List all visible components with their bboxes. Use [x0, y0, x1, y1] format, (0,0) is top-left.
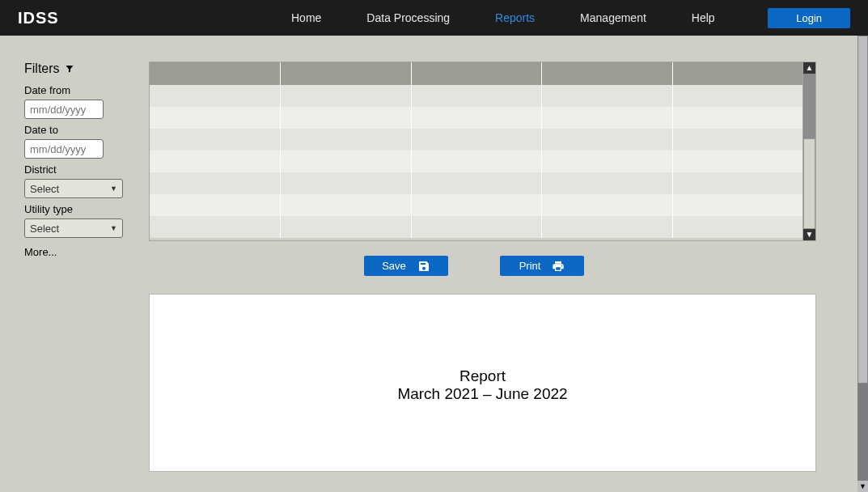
filters-sidebar: Filters Date from Date to District Selec… [0, 45, 146, 492]
report-date-range: March 2021 – June 2022 [150, 385, 815, 403]
filters-heading: Filters [24, 62, 138, 76]
print-button[interactable]: Print [500, 256, 584, 276]
filters-heading-label: Filters [24, 62, 60, 76]
report-title: Report [150, 367, 815, 385]
login-button[interactable]: Login [768, 8, 850, 28]
date-to-input[interactable] [24, 139, 104, 159]
district-select[interactable]: Select [24, 179, 123, 198]
table-scrollbar[interactable]: ▲ ▼ [802, 62, 815, 240]
table-header-cell[interactable] [412, 62, 543, 85]
page-scrollbar[interactable]: ▼ [857, 36, 868, 492]
table-row[interactable] [150, 194, 804, 216]
utility-type-select-value: Select [30, 223, 59, 235]
main-nav: Home Data Processing Reports Management … [291, 0, 715, 36]
action-row: Save Print [364, 256, 841, 276]
table-header-cell[interactable] [281, 62, 412, 85]
filter-icon [65, 64, 74, 74]
nav-management[interactable]: Management [580, 11, 646, 24]
table-row[interactable] [150, 216, 804, 238]
report-preview: Report March 2021 – June 2022 [149, 294, 816, 472]
print-icon [552, 260, 565, 273]
table-header-cell[interactable] [150, 62, 281, 85]
data-grid [150, 62, 804, 240]
page-scrollbar-thumb[interactable] [857, 36, 868, 384]
table-row[interactable] [150, 151, 804, 172]
date-to-label: Date to [24, 124, 138, 136]
district-label: District [24, 163, 138, 176]
table-scroll-down-icon[interactable]: ▼ [803, 229, 815, 240]
nav-help[interactable]: Help [692, 11, 715, 24]
login-area: Login [768, 0, 850, 36]
table-body [150, 85, 804, 238]
topbar: IDSS Home Data Processing Reports Manage… [0, 0, 868, 36]
page-scrollbar-down-icon[interactable]: ▼ [857, 481, 868, 492]
table-header-row [150, 62, 804, 85]
more-filters-link[interactable]: More... [24, 246, 138, 258]
table-scroll-thumb[interactable] [803, 138, 815, 229]
print-button-label: Print [519, 260, 541, 272]
save-icon [417, 260, 430, 273]
date-from-label: Date from [24, 84, 138, 96]
district-select-value: Select [30, 183, 59, 195]
table-scroll-up-icon[interactable]: ▲ [803, 62, 815, 74]
table-header-cell[interactable] [673, 62, 804, 85]
table-row[interactable] [150, 85, 804, 107]
content-frame: ▼ Filters Date from Date to District Sel… [0, 36, 868, 492]
save-button-label: Save [382, 260, 406, 272]
nav-home[interactable]: Home [291, 11, 321, 24]
data-table: ▲ ▼ [149, 62, 816, 241]
save-button[interactable]: Save [364, 256, 448, 276]
table-row[interactable] [150, 172, 804, 194]
utility-type-select[interactable]: Select [24, 218, 123, 238]
table-header-cell[interactable] [542, 62, 673, 85]
table-row[interactable] [150, 129, 804, 151]
utility-type-label: Utility type [24, 203, 138, 215]
nav-reports[interactable]: Reports [495, 11, 535, 24]
main-panel: ▲ ▼ Save Print Report March 2021 – [146, 45, 857, 492]
brand-logo: IDSS [0, 9, 59, 28]
table-row[interactable] [150, 107, 804, 129]
date-from-input[interactable] [24, 100, 104, 119]
nav-data-processing[interactable]: Data Processing [366, 11, 450, 24]
workspace: Filters Date from Date to District Selec… [0, 45, 857, 492]
